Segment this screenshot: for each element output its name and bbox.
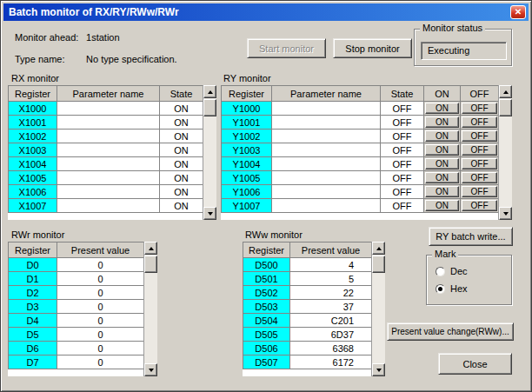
- scroll-up-icon[interactable]: [144, 242, 157, 255]
- scroll-down-icon[interactable]: [203, 207, 216, 220]
- ry-off-button[interactable]: OFF: [462, 186, 497, 197]
- monitor-status-label: Monitor status: [420, 23, 485, 33]
- ry-off-button[interactable]: OFF: [462, 200, 497, 211]
- type-name-value: No type specification.: [86, 54, 177, 64]
- ry-column-header: ON: [424, 86, 461, 102]
- register-cell: X1001: [9, 116, 57, 130]
- ry-on-button[interactable]: ON: [425, 172, 459, 183]
- ry-column-header: Parameter name: [272, 86, 381, 102]
- mark-option-hex[interactable]: Hex: [436, 283, 468, 294]
- register-cell: X1005: [9, 171, 57, 185]
- state-cell: ON: [160, 171, 203, 185]
- scroll-down-icon[interactable]: [144, 363, 157, 376]
- ry-off-button[interactable]: OFF: [462, 158, 497, 169]
- ry-off-button[interactable]: OFF: [462, 116, 497, 128]
- scrollbar-thumb[interactable]: [499, 99, 512, 116]
- scrollbar-thumb[interactable]: [372, 256, 385, 273]
- state-cell: OFF: [381, 143, 424, 157]
- close-button[interactable]: Close: [438, 353, 512, 375]
- ry-off-button[interactable]: OFF: [462, 172, 497, 183]
- scroll-up-icon[interactable]: [499, 85, 512, 98]
- ry-on-button[interactable]: ON: [425, 103, 459, 114]
- parameter-cell: [272, 116, 381, 130]
- parameter-cell: [272, 171, 381, 185]
- ry-scrollbar[interactable]: [498, 85, 512, 220]
- ry-on-button[interactable]: ON: [425, 158, 459, 169]
- type-name-label: Type name:: [15, 54, 83, 64]
- start-monitor-button[interactable]: Start monitor: [247, 38, 326, 58]
- rx-monitor-table: Register Parameter name State X1000ON X1…: [8, 85, 216, 220]
- ry-off-button[interactable]: OFF: [462, 103, 497, 114]
- register-cell: Y1001: [222, 116, 272, 130]
- ry-column-header: Register: [222, 86, 272, 102]
- present-value-cell: 6172: [290, 355, 372, 369]
- state-cell: OFF: [381, 130, 424, 143]
- scroll-up-icon[interactable]: [372, 242, 385, 255]
- ry-batch-write-button[interactable]: RY batch write...: [429, 227, 513, 246]
- rww-column-header: Present value: [290, 243, 372, 258]
- ry-on-button[interactable]: ON: [425, 186, 459, 197]
- scrollbar-thumb[interactable]: [144, 256, 157, 273]
- table-row: Y1006OFFONOFF: [222, 185, 499, 199]
- ry-on-button[interactable]: ON: [425, 116, 459, 128]
- stop-monitor-button[interactable]: Stop monitor: [333, 38, 412, 58]
- type-name-row: Type name: No type specification.: [15, 54, 177, 64]
- register-cell: X1006: [9, 185, 57, 199]
- table-row: Y1002OFFONOFF: [222, 130, 499, 143]
- rx-column-header: Register: [9, 86, 57, 102]
- ry-on-button[interactable]: ON: [425, 130, 459, 142]
- radio-icon[interactable]: [436, 284, 445, 294]
- scrollbar-thumb[interactable]: [203, 99, 216, 116]
- table-row: X1004ON: [9, 157, 203, 171]
- ry-on-button[interactable]: ON: [425, 144, 459, 156]
- parameter-cell: [272, 157, 381, 171]
- rx-column-header: Parameter name: [57, 86, 160, 102]
- rx-scrollbar[interactable]: [203, 85, 216, 220]
- rwr-scrollbar[interactable]: [143, 242, 157, 376]
- ry-monitor-table: Register Parameter name State ON OFF Y10…: [221, 85, 512, 220]
- ry-off-button[interactable]: OFF: [462, 144, 497, 156]
- state-cell: ON: [160, 102, 203, 116]
- parameter-cell: [57, 143, 160, 157]
- register-cell: X1004: [9, 157, 57, 171]
- table-row: D50: [9, 328, 144, 342]
- mark-option-dec[interactable]: Dec: [436, 266, 468, 276]
- present-value-cell: 0: [57, 272, 144, 286]
- rwr-monitor-table: Register Present value D00 D10 D20 D30 D…: [8, 242, 157, 376]
- register-cell: Y1006: [222, 185, 272, 199]
- register-cell: D0: [9, 258, 57, 272]
- parameter-cell: [272, 130, 381, 143]
- register-cell: X1003: [9, 143, 57, 157]
- table-row: D504C201: [243, 314, 372, 328]
- scroll-down-icon[interactable]: [499, 207, 512, 220]
- register-cell: D502: [243, 286, 290, 300]
- table-row: D20: [9, 286, 144, 300]
- close-icon[interactable]: ✕: [510, 5, 526, 19]
- state-cell: ON: [160, 185, 203, 199]
- scroll-down-icon[interactable]: [372, 363, 385, 376]
- ry-off-button[interactable]: OFF: [462, 130, 497, 142]
- register-cell: D505: [243, 328, 290, 342]
- monitor-status-group: Monitor status Executing: [414, 29, 512, 66]
- radio-icon[interactable]: [436, 267, 445, 276]
- table-row: D50337: [243, 300, 372, 314]
- table-row: D5056D37: [243, 328, 372, 342]
- table-row: Y1007OFFONOFF: [222, 199, 499, 213]
- rww-scrollbar[interactable]: [371, 242, 385, 376]
- parameter-cell: [272, 102, 381, 116]
- parameter-cell: [57, 171, 160, 185]
- register-cell: D2: [9, 286, 57, 300]
- parameter-cell: [57, 116, 160, 130]
- table-row: X1000ON: [9, 102, 203, 116]
- present-value-change-button[interactable]: Present value change(RWw)...: [387, 322, 514, 341]
- register-cell: Y1005: [222, 171, 272, 185]
- present-value-cell: C201: [290, 314, 372, 328]
- table-row: D70: [9, 355, 144, 369]
- ry-on-button[interactable]: ON: [425, 200, 459, 211]
- table-row: D5015: [243, 272, 372, 286]
- table-row: X1003ON: [9, 143, 203, 157]
- scroll-up-icon[interactable]: [203, 85, 216, 98]
- register-cell: X1000: [9, 102, 57, 116]
- present-value-cell: 0: [57, 342, 144, 355]
- ry-monitor-label: RY monitor: [223, 73, 271, 83]
